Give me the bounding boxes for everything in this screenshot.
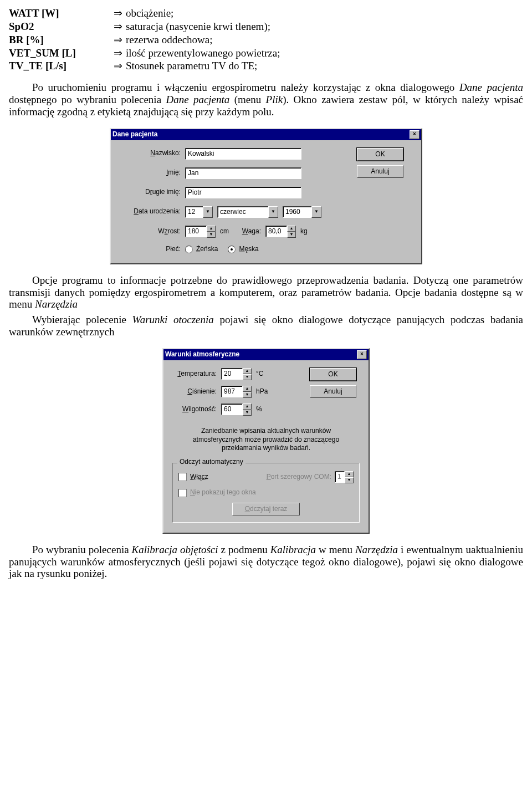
unit-c: °C <box>252 370 268 378</box>
text: dostępnego po wybraniu polecenia <box>9 94 166 105</box>
radio-icon <box>185 246 193 253</box>
spin-up-icon[interactable]: ▲ <box>243 386 252 392</box>
text-italic: Plik <box>266 94 283 105</box>
patient-data-dialog: Dane pacjenta × Nazwisko: Kowalski Imię:… <box>110 128 422 264</box>
paragraph-3: Wybierając polecenie Warunki otoczenia p… <box>9 314 523 338</box>
def-row: TV_TE [L/s] ⇒ Stosunek parametru TV do T… <box>9 59 280 73</box>
arrow-icon: ⇒ <box>80 33 126 47</box>
day-combo[interactable]: 12 ▼ <box>185 206 213 218</box>
text: w menu <box>316 544 355 555</box>
spin-down-icon[interactable]: ▼ <box>287 232 296 238</box>
spin-up-icon[interactable]: ▲ <box>287 226 296 232</box>
cancel-button[interactable]: Anuluj <box>310 385 356 398</box>
def-row: BR [%] ⇒ rezerwa oddechowa; <box>9 33 280 47</box>
radio-icon <box>228 246 236 253</box>
atmospheric-conditions-dialog: Warunki atmosferyczne × Temperatura: 20 … <box>162 348 370 534</box>
temp-value: 20 <box>221 368 243 380</box>
height-value: 180 <box>185 226 207 237</box>
firstname-field[interactable]: Jan <box>185 167 301 179</box>
def-val: ilość przewentylowanego powietrza; <box>126 47 280 60</box>
text-italic: Narzędzia <box>35 298 78 310</box>
text: Wybierając polecenie <box>32 314 132 325</box>
text-italic: Warunki otoczenia <box>132 314 214 325</box>
arrow-icon: ⇒ <box>80 47 126 60</box>
group-label: Odczyt automatyczny <box>177 458 245 466</box>
ok-button[interactable]: OK <box>310 368 356 381</box>
height-spin[interactable]: 180 ▲▼ <box>185 226 216 238</box>
comport-value: 1 <box>335 471 345 483</box>
close-icon[interactable]: × <box>357 350 367 359</box>
comport-spin[interactable]: 1 ▲▼ <box>335 471 354 483</box>
year-combo[interactable]: 1960 ▼ <box>283 206 321 218</box>
label-pressure: Ciśnienie: <box>172 388 221 396</box>
weight-spin[interactable]: 80,0 ▲▼ <box>265 226 296 238</box>
chevron-down-icon[interactable]: ▼ <box>311 206 321 218</box>
spin-down-icon[interactable]: ▼ <box>243 374 252 380</box>
month-value: czerwiec <box>217 206 268 218</box>
close-icon[interactable]: × <box>410 130 420 139</box>
definitions-list: WATT [W] ⇒ obciążenie; SpO2 ⇒ saturacja … <box>9 7 280 73</box>
spin-down-icon[interactable]: ▼ <box>207 232 216 238</box>
label-dontshow: Nie pokazuj tego okna <box>190 489 256 497</box>
pressure-value: 987 <box>221 386 243 397</box>
def-val: obciążenie; <box>126 7 280 20</box>
label-sex: Płeć: <box>120 246 185 253</box>
ok-button[interactable]: OK <box>357 148 403 161</box>
spin-up-icon[interactable]: ▲ <box>243 404 252 410</box>
paragraph-1: Po uruchomieniu programu i włączeniu erg… <box>9 81 523 118</box>
arrow-icon: ⇒ <box>80 20 126 33</box>
checkbox-enable[interactable] <box>178 473 187 481</box>
def-val: rezerwa oddechowa; <box>126 33 280 47</box>
unit-cm: cm <box>216 228 233 236</box>
month-combo[interactable]: czerwiec ▼ <box>217 206 278 218</box>
paragraph-4: Po wybraniu polecenia Kalibracja objętoś… <box>9 544 523 580</box>
text-italic: Narzędzia <box>355 544 398 555</box>
label-firstname: Imię: <box>120 169 185 177</box>
window-title: Dane pacjenta <box>112 131 157 139</box>
spin-down-icon[interactable]: ▼ <box>243 392 252 398</box>
label-middlename: Drugie imię: <box>120 188 185 196</box>
radio-female[interactable]: Żeńska <box>185 246 218 253</box>
def-key: WATT [W] <box>9 7 80 20</box>
def-key: BR [%] <box>9 33 80 47</box>
label-dob: Data urodzenia: <box>120 208 185 216</box>
def-row: WATT [W] ⇒ obciążenie; <box>9 7 280 20</box>
year-value: 1960 <box>283 206 311 218</box>
def-key: VET_SUM [L] <box>9 47 80 60</box>
middlename-field[interactable]: Piotr <box>185 187 301 198</box>
humidity-value: 60 <box>221 404 243 415</box>
chevron-down-icon[interactable]: ▼ <box>203 206 213 218</box>
spin-down-icon[interactable]: ▼ <box>345 477 354 483</box>
arrow-icon: ⇒ <box>80 7 126 20</box>
chevron-down-icon[interactable]: ▼ <box>268 206 278 218</box>
spin-up-icon[interactable]: ▲ <box>345 471 354 477</box>
text-italic: Kalibracja <box>270 544 316 555</box>
text: Po uruchomieniu programu i włączeniu erg… <box>32 81 459 93</box>
label-comport: Port szeregowy COM: <box>267 473 331 481</box>
spin-up-icon[interactable]: ▲ <box>243 368 252 374</box>
label-height: Wzrost: <box>120 228 185 236</box>
radio-male[interactable]: Męska <box>228 246 258 253</box>
label-surname: Nazwisko: <box>120 150 185 157</box>
def-key: TV_TE [L/s] <box>9 59 80 73</box>
unit-hpa: hPa <box>252 388 272 396</box>
def-row: VET_SUM [L] ⇒ ilość przewentylowanego po… <box>9 47 280 60</box>
temp-spin[interactable]: 20 ▲▼ <box>221 368 252 380</box>
label-enable: Włącz <box>190 473 208 481</box>
auto-read-group: Odczyt automatyczny Włącz Port szeregowy… <box>172 463 360 523</box>
pressure-spin[interactable]: 987 ▲▼ <box>221 386 252 398</box>
spin-down-icon[interactable]: ▼ <box>243 410 252 416</box>
text-italic: Dane pacjenta <box>166 94 229 105</box>
def-key: SpO2 <box>9 20 80 33</box>
def-row: SpO2 ⇒ saturacja (nasycenie krwi tlenem)… <box>9 20 280 33</box>
def-val: Stosunek parametru TV do TE; <box>126 59 280 73</box>
cancel-button[interactable]: Anuluj <box>357 165 403 178</box>
weight-value: 80,0 <box>265 226 287 237</box>
titlebar: Dane pacjenta × <box>111 129 421 140</box>
checkbox-dontshow[interactable] <box>178 489 187 497</box>
humidity-spin[interactable]: 60 ▲▼ <box>221 404 252 416</box>
spin-up-icon[interactable]: ▲ <box>207 226 216 232</box>
surname-field[interactable]: Kowalski <box>185 148 301 160</box>
text-italic: Kalibracja objętości <box>132 544 218 555</box>
read-now-button[interactable]: Odczytaj teraz <box>232 503 300 515</box>
